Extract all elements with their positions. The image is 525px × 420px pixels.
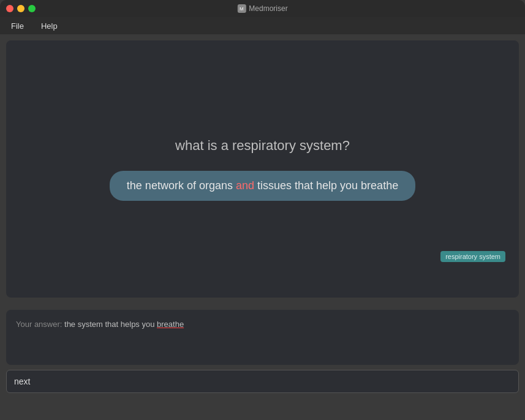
user-answer-text: the system that helps you breathe <box>62 320 184 329</box>
title-bar: M Medmoriser <box>0 0 525 17</box>
gap-area <box>0 304 525 310</box>
menu-bar: File Help <box>0 17 525 34</box>
question-text: what is a respiratory system? <box>175 138 350 154</box>
minimize-button[interactable] <box>17 5 25 12</box>
user-answer-section: Your answer: the system that helps you b… <box>6 310 519 365</box>
answer-bubble: the network of organs and tissues that h… <box>110 171 415 201</box>
app-icon: M <box>237 4 246 13</box>
menu-help[interactable]: Help <box>37 20 61 32</box>
flashcard-area: what is a respiratory system? the networ… <box>6 40 519 298</box>
user-answer-label: Your answer: the system that helps you b… <box>16 320 509 329</box>
answer-text-after: tissues that help you breathe <box>254 179 398 192</box>
answer-text-before: the network of organs <box>127 179 236 192</box>
close-button[interactable] <box>6 5 13 12</box>
next-input[interactable] <box>6 370 519 393</box>
window-controls <box>0 5 36 12</box>
menu-file[interactable]: File <box>7 20 28 32</box>
answer-highlight: and <box>236 179 254 192</box>
tag-label: respiratory system <box>440 251 505 262</box>
maximize-button[interactable] <box>28 5 36 12</box>
title-text: Medmoriser <box>249 4 287 13</box>
input-section <box>6 370 519 393</box>
user-answer-highlight: breathe <box>157 320 184 329</box>
window-title: M Medmoriser <box>237 4 287 13</box>
your-answer-prefix: Your answer: <box>16 320 62 329</box>
